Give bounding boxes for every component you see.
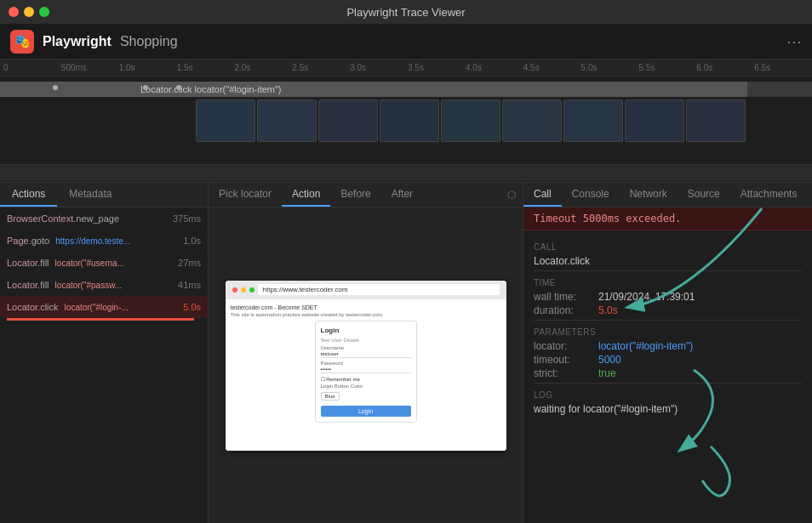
screenshot-thumb[interactable]	[380, 99, 439, 142]
ruler-mark: 3.0s	[350, 63, 408, 72]
action-name: Locator.fill locator("#passw...	[7, 280, 122, 290]
tab-source[interactable]: Source	[678, 183, 730, 207]
preview-frame: https://www.testercoder.com testercoder.…	[226, 281, 506, 451]
action-duration: 1.0s	[183, 236, 201, 246]
ruler-mark: 6.0s	[696, 63, 754, 72]
tab-metadata[interactable]: Metadata	[57, 183, 123, 207]
screenshot-thumb[interactable]	[441, 99, 500, 142]
ruler-mark: 6.5s	[754, 63, 812, 72]
left-panel: Actions Metadata BrowserContext.new_page…	[0, 183, 209, 523]
minimize-button[interactable]	[24, 7, 34, 17]
action-method: Page.	[7, 236, 31, 246]
ruler-mark: 1.5s	[177, 63, 235, 72]
screenshot-thumb[interactable]	[686, 99, 746, 142]
tab-action[interactable]: Action	[282, 183, 330, 207]
screenshot-thumb[interactable]	[196, 99, 255, 142]
tab-pick-locator[interactable]: Pick locator	[209, 183, 282, 207]
action-sub: click	[40, 302, 58, 312]
ruler-mark: 1.0s	[119, 63, 177, 72]
app-header: 🎭 Playwright Shopping ⋯	[0, 24, 812, 60]
screenshot-thumb[interactable]	[257, 99, 317, 142]
action-sub: new_page	[76, 213, 119, 224]
app-logo: 🎭	[10, 30, 34, 54]
middle-tabs: Pick locator Action Before After ⬡	[209, 183, 523, 207]
prev-min	[241, 287, 246, 293]
wall-time-row: wall time: 21/09/2024, 17:39:01	[534, 291, 802, 303]
tab-network[interactable]: Network	[620, 183, 678, 207]
preview-login-button[interactable]: Login	[321, 406, 411, 417]
duration-val: 5.0s	[598, 304, 618, 316]
ruler-mark: 4.5s	[523, 63, 581, 72]
action-name: Locator.fill locator("#userna...	[7, 258, 124, 268]
ruler-marks: 0 500ms 1.0s 1.5s 2.0s 2.5s 3.0s 3.5s 4.…	[0, 63, 812, 72]
action-progress-bar	[7, 318, 194, 321]
timeline-ruler: 0 500ms 1.0s 1.5s 2.0s 2.5s 3.0s 3.5s 4.…	[0, 60, 812, 77]
locator-row: locator: locator("#login-item")	[534, 340, 802, 352]
tab-attachments[interactable]: Attachments	[730, 183, 808, 207]
wall-time-key: wall time:	[534, 291, 593, 303]
preview-btn-container-label: Login Button Color	[321, 384, 411, 389]
action-item[interactable]: BrowserContext.new_page 375ms	[0, 207, 208, 230]
wall-time-val: 21/09/2024, 17:39:01	[598, 291, 695, 303]
action-method: Locator.	[7, 302, 40, 312]
action-item[interactable]: Locator.fill locator("#userna... 27ms	[0, 252, 208, 274]
external-link-icon[interactable]: ⬡	[500, 185, 523, 204]
tab-actions[interactable]: Actions	[0, 183, 57, 207]
close-button[interactable]	[9, 7, 19, 17]
timeline-bar-filled	[0, 82, 747, 97]
action-sub: goto	[31, 236, 49, 246]
action-item-selected[interactable]: Locator.click locator("#login-... 5.0s	[0, 296, 208, 318]
action-sub: fill	[40, 258, 49, 268]
action-item[interactable]: Page.goto https://demo.teste... 1.0s	[0, 230, 208, 252]
preview-test-user: Test User Details	[321, 338, 411, 343]
action-method: BrowserContext.	[7, 213, 76, 224]
timeline-tracks: Locator.click locator("#login-item")	[0, 77, 812, 183]
right-tabs: Call Console Network Source Attachments	[523, 183, 812, 207]
preview-login-box: Login Test User Details Username testuse…	[315, 321, 417, 423]
fullscreen-button[interactable]	[39, 7, 49, 17]
preview-login-title: Login	[321, 327, 411, 334]
action-name: Page.goto https://demo.teste...	[7, 236, 130, 246]
duration-row: duration: 5.0s	[534, 304, 802, 316]
timeout-val: 5000	[598, 354, 621, 366]
action-duration: 41ms	[178, 280, 201, 290]
menu-dots[interactable]: ⋯	[786, 32, 802, 51]
screenshot-thumb[interactable]	[318, 99, 378, 142]
actions-list: BrowserContext.new_page 375ms Page.goto …	[0, 207, 208, 523]
ruler-mark: 2.5s	[292, 63, 350, 72]
log-row: waiting for locator("#login-item")	[534, 403, 802, 415]
action-method: Locator.	[7, 258, 40, 268]
tab-before[interactable]: Before	[330, 183, 380, 207]
action-locator: locator("#login-...	[65, 303, 129, 312]
preview-color-select[interactable]: Blue	[321, 392, 340, 401]
preview-content: testercoder.com - Become SDET This site …	[226, 299, 506, 451]
log-section-label: LOG	[534, 390, 802, 400]
preview-username-label: Username	[321, 345, 411, 350]
right-panel: Call Console Network Source Attachments …	[523, 183, 812, 523]
prev-max	[249, 287, 254, 293]
prev-close	[232, 287, 237, 293]
tab-call[interactable]: Call	[523, 183, 562, 207]
screenshot-thumb[interactable]	[563, 99, 623, 142]
ruler-mark: 5.0s	[581, 63, 639, 72]
action-name: Locator.click locator("#login-...	[7, 302, 129, 312]
screenshot-thumb[interactable]	[625, 99, 684, 142]
call-name: Locator.click	[534, 255, 590, 267]
timeline-area: 0 500ms 1.0s 1.5s 2.0s 2.5s 3.0s 3.5s 4.…	[0, 60, 812, 183]
timeline-label: Locator.click locator("#login-item")	[140, 84, 282, 94]
action-duration: 5.0s	[183, 302, 201, 312]
timeout-row: timeout: 5000	[534, 354, 802, 366]
strict-val: true	[598, 367, 616, 379]
strict-key: strict:	[534, 367, 593, 379]
time-section-label: TIME	[534, 278, 802, 287]
app-project: Shopping	[120, 34, 178, 49]
locator-key: locator:	[534, 340, 593, 352]
ruler-mark: 500ms	[61, 63, 119, 72]
preview-browser-bar: https://www.testercoder.com	[226, 281, 506, 299]
action-item[interactable]: Locator.fill locator("#passw... 41ms	[0, 274, 208, 296]
screenshot-thumb[interactable]	[502, 99, 562, 142]
middle-panel: Pick locator Action Before After ⬡ https…	[209, 183, 523, 523]
divider	[534, 320, 802, 321]
tab-after[interactable]: After	[381, 183, 423, 207]
tab-console[interactable]: Console	[562, 183, 620, 207]
